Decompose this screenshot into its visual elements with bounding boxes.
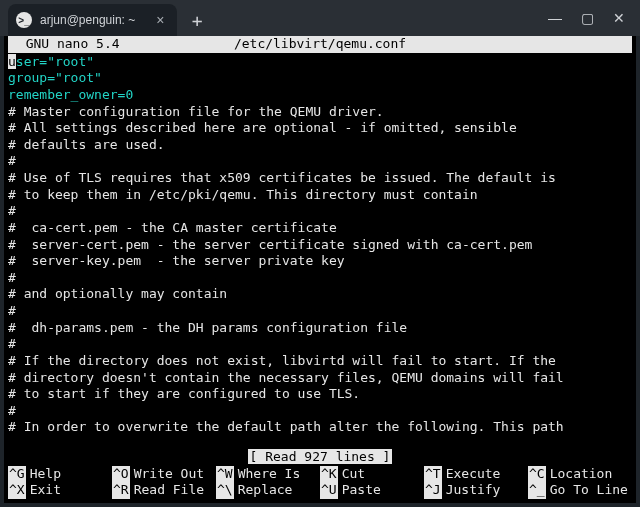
titlebar: >_ arjun@penguin: ~ × + — ▢ ✕: [0, 0, 640, 36]
shortcut-label: Paste: [342, 482, 381, 499]
shortcut-key: ^J: [424, 482, 442, 499]
comment-line: # Master configuration file for the QEMU…: [8, 104, 632, 121]
comment-line: # and optionally may contain: [8, 286, 632, 303]
comment-line: # If the directory does not exist, libvi…: [8, 353, 632, 370]
shortcut-location[interactable]: ^CLocation: [528, 466, 632, 483]
comment-line: # Use of TLS requires that x509 certific…: [8, 170, 632, 187]
shortcut-execute[interactable]: ^TExecute: [424, 466, 528, 483]
config-line: group="root": [8, 70, 632, 87]
nano-app-name: GNU nano 5.4: [10, 36, 120, 53]
shortcut-key: ^U: [320, 482, 338, 499]
comment-line: # All settings described here are option…: [8, 120, 632, 137]
cursor: u: [8, 54, 16, 69]
nano-file-path: /etc/libvirt/qemu.conf: [120, 36, 521, 53]
comment-line: # to keep them in /etc/pki/qemu. This di…: [8, 187, 632, 204]
shortcut-label: Cut: [342, 466, 365, 483]
shortcut-exit[interactable]: ^XExit: [8, 482, 112, 499]
comment-line: #: [8, 303, 632, 320]
shortcut-label: Justify: [446, 482, 501, 499]
shortcut-label: Exit: [30, 482, 61, 499]
comment-line: # dh-params.pem - the DH params configur…: [8, 320, 632, 337]
shortcut-readfile[interactable]: ^RRead File: [112, 482, 216, 499]
shortcut-key: ^K: [320, 466, 338, 483]
close-window-button[interactable]: ✕: [606, 5, 632, 31]
tab-title: arjun@penguin: ~: [40, 13, 135, 27]
close-tab-button[interactable]: ×: [153, 13, 167, 27]
shortcut-key: ^W: [216, 466, 234, 483]
shortcut-key: ^\: [216, 482, 234, 499]
shortcut-key: ^C: [528, 466, 546, 483]
shortcut-key: ^O: [112, 466, 130, 483]
shortcut-row: ^GHelp ^OWrite Out ^WWhere Is ^KCut ^TEx…: [8, 466, 632, 483]
comment-line: #: [8, 203, 632, 220]
config-line: user="root": [8, 54, 632, 71]
nano-title-pad: [520, 36, 630, 53]
shortcut-row: ^XExit ^RRead File ^\Replace ^UPaste ^JJ…: [8, 482, 632, 499]
shortcut-justify[interactable]: ^JJustify: [424, 482, 528, 499]
shortcut-label: Read File: [134, 482, 204, 499]
comment-line: # server-cert.pem - the server certifica…: [8, 237, 632, 254]
comment-line: # defaults are used.: [8, 137, 632, 154]
shortcut-gotoline[interactable]: ^_Go To Line: [528, 482, 632, 499]
comment-line: # ca-cert.pem - the CA master certificat…: [8, 220, 632, 237]
shortcut-whereis[interactable]: ^WWhere Is: [216, 466, 320, 483]
comment-line: # to start if they are configured to use…: [8, 386, 632, 403]
shortcut-key: ^G: [8, 466, 26, 483]
comment-line: # server-key.pem - the server private ke…: [8, 253, 632, 270]
nano-status: [ Read 927 lines ]: [8, 449, 632, 466]
window-controls: — ▢ ✕: [542, 0, 640, 36]
comment-line: # In order to overwrite the default path…: [8, 419, 632, 436]
config-rest-0: ser="root": [16, 54, 94, 69]
shortcut-cut[interactable]: ^KCut: [320, 466, 424, 483]
shortcut-replace[interactable]: ^\Replace: [216, 482, 320, 499]
new-tab-button[interactable]: +: [183, 6, 211, 34]
shortcut-help[interactable]: ^GHelp: [8, 466, 112, 483]
shortcut-key: ^_: [528, 482, 546, 499]
comment-line: #: [8, 403, 632, 420]
shortcut-paste[interactable]: ^UPaste: [320, 482, 424, 499]
comment-line: #: [8, 336, 632, 353]
shortcut-label: Replace: [238, 482, 293, 499]
maximize-button[interactable]: ▢: [574, 5, 600, 31]
shortcut-label: Execute: [446, 466, 501, 483]
minimize-button[interactable]: —: [542, 5, 568, 31]
shortcut-key: ^R: [112, 482, 130, 499]
nano-status-text: [ Read 927 lines ]: [248, 449, 393, 464]
nano-titlebar: GNU nano 5.4 /etc/libvirt/qemu.conf: [8, 36, 632, 53]
shortcut-label: Write Out: [134, 466, 204, 483]
terminal[interactable]: GNU nano 5.4 /etc/libvirt/qemu.conf user…: [0, 36, 640, 507]
config-line: remember_owner=0: [8, 87, 632, 104]
comment-line: #: [8, 153, 632, 170]
terminal-icon: >_: [16, 12, 32, 28]
shortcut-key: ^X: [8, 482, 26, 499]
shortcut-label: Where Is: [238, 466, 301, 483]
comment-line: #: [8, 270, 632, 287]
shortcut-label: Go To Line: [550, 482, 628, 499]
shortcut-key: ^T: [424, 466, 442, 483]
shortcut-label: Help: [30, 466, 61, 483]
editor-buffer[interactable]: user="root" group="root" remember_owner=…: [8, 53, 632, 450]
shortcut-label: Location: [550, 466, 613, 483]
comment-line: # directory doesn't contain the necessar…: [8, 370, 632, 387]
terminal-tab[interactable]: >_ arjun@penguin: ~ ×: [8, 4, 177, 36]
nano-shortcuts: ^GHelp ^OWrite Out ^WWhere Is ^KCut ^TEx…: [8, 466, 632, 499]
shortcut-writeout[interactable]: ^OWrite Out: [112, 466, 216, 483]
